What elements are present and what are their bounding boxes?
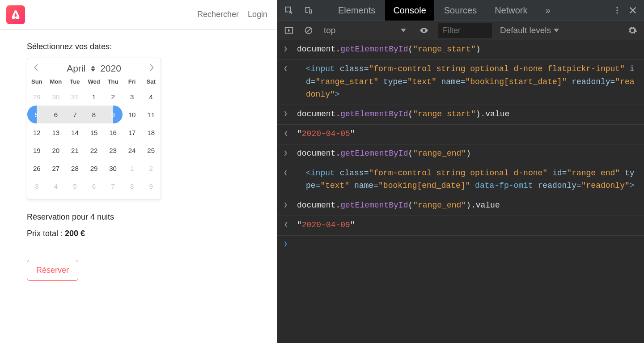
- calendar-day[interactable]: 30: [103, 159, 123, 177]
- console-output-row[interactable]: <input class="form-control string option…: [277, 164, 644, 197]
- kebab-icon[interactable]: [613, 6, 622, 15]
- calendar-day[interactable]: 6: [47, 106, 66, 123]
- calendar-day[interactable]: 9: [103, 106, 123, 123]
- output-icon: [284, 219, 297, 232]
- price-prefix: Prix total :: [27, 229, 65, 238]
- header-links: Rechercher Login: [197, 10, 267, 19]
- calendar-day[interactable]: 3: [27, 177, 47, 195]
- calendar-day[interactable]: 14: [65, 123, 85, 141]
- chevron-left-icon: [34, 64, 39, 72]
- reserve-button[interactable]: Réserver: [27, 260, 78, 281]
- prev-month-button[interactable]: [34, 64, 39, 73]
- calendar-day[interactable]: 24: [123, 141, 142, 159]
- calendar-day[interactable]: 8: [123, 177, 142, 195]
- tab-more[interactable]: »: [538, 0, 559, 21]
- calendar-day[interactable]: 4: [47, 177, 66, 195]
- log-levels-label: Default levels: [500, 25, 551, 35]
- context-select-value: top: [324, 25, 335, 35]
- calendar-day[interactable]: 13: [47, 123, 66, 141]
- dow-sun: Sun: [27, 76, 47, 88]
- app-body: Sélectionnez vos dates: April 2020 Sun M…: [0, 30, 277, 293]
- tab-elements[interactable]: Elements: [330, 0, 383, 21]
- calendar-day[interactable]: 22: [85, 141, 104, 159]
- calendar-day[interactable]: 10: [123, 106, 142, 123]
- calendar-day[interactable]: 30: [47, 88, 66, 106]
- console-output-row[interactable]: "2020-04-05": [277, 125, 644, 144]
- console-settings-button[interactable]: [624, 22, 640, 38]
- console-input-row[interactable]: document.getElementById("range_start").v…: [277, 105, 644, 125]
- device-toggle-button[interactable]: [300, 1, 318, 19]
- reservation-summary: Réservation pour 4 nuits: [27, 212, 250, 222]
- calendar-day[interactable]: 11: [141, 106, 161, 123]
- console-prompt[interactable]: [277, 236, 644, 251]
- calendar-day[interactable]: 3: [123, 88, 142, 106]
- prompt-icon: [284, 238, 297, 248]
- tab-network[interactable]: Network: [487, 0, 535, 21]
- prompt-icon: [284, 199, 297, 212]
- calendar-day[interactable]: 25: [141, 141, 161, 159]
- calendar-day[interactable]: 23: [103, 141, 123, 159]
- gear-icon: [627, 25, 637, 35]
- calendar-day[interactable]: 18: [141, 123, 161, 141]
- calendar-day[interactable]: 1: [85, 88, 104, 106]
- calendar-month[interactable]: April: [67, 63, 85, 74]
- clear-console-button[interactable]: [301, 22, 317, 38]
- calendar-day[interactable]: 27: [47, 159, 66, 177]
- console-input-row[interactable]: document.getElementById("range_end").val…: [277, 196, 644, 216]
- svg-point-1: [616, 9, 618, 11]
- console-output: "2020-04-05": [297, 127, 639, 140]
- svg-line-5: [306, 28, 311, 33]
- next-month-button[interactable]: [149, 64, 154, 73]
- inspect-element-button[interactable]: [280, 1, 298, 19]
- calendar-day[interactable]: 21: [65, 141, 85, 159]
- console-prompt-input[interactable]: [297, 238, 638, 248]
- calendar-day[interactable]: 29: [85, 159, 104, 177]
- console-output-row[interactable]: "2020-04-09": [277, 216, 644, 236]
- close-icon[interactable]: [628, 5, 638, 15]
- calendar-day[interactable]: 20: [47, 141, 66, 159]
- context-select[interactable]: top: [320, 25, 410, 35]
- app-header: Rechercher Login: [0, 0, 277, 30]
- year-stepper-icon[interactable]: [90, 64, 96, 73]
- price-value: 200 €: [65, 229, 85, 238]
- calendar-day[interactable]: 9: [141, 177, 161, 195]
- calendar-day[interactable]: 2: [141, 159, 161, 177]
- search-link[interactable]: Rechercher: [197, 10, 239, 19]
- calendar-day[interactable]: 7: [103, 177, 123, 195]
- calendar-day[interactable]: 31: [65, 88, 85, 106]
- console-body[interactable]: document.getElementById("range_start") <…: [277, 40, 644, 343]
- filter-input[interactable]: [438, 23, 492, 38]
- console-input-row[interactable]: document.getElementById("range_start"): [277, 40, 644, 60]
- calendar-day[interactable]: 5: [65, 177, 85, 195]
- console-output: <input class="form-control string option…: [297, 63, 639, 101]
- calendar-day[interactable]: 29: [27, 88, 47, 106]
- device-icon: [304, 5, 314, 15]
- calendar-day[interactable]: 4: [141, 88, 161, 106]
- console-command: document.getElementById("range_end"): [297, 147, 639, 160]
- console-output: <input class="form-control string option…: [297, 167, 639, 193]
- calendar-day[interactable]: 15: [85, 123, 104, 141]
- calendar-day[interactable]: 28: [65, 159, 85, 177]
- tab-sources[interactable]: Sources: [436, 0, 485, 21]
- calendar-day[interactable]: 19: [27, 141, 47, 159]
- calendar-day[interactable]: 8: [85, 106, 104, 123]
- calendar-day[interactable]: 1: [123, 159, 142, 177]
- log-levels-select[interactable]: Default levels: [500, 25, 559, 35]
- console-output-row[interactable]: <input class="form-control string option…: [277, 60, 644, 105]
- calendar-day[interactable]: 26: [27, 159, 47, 177]
- calendar-day[interactable]: 5: [27, 106, 47, 123]
- calendar-day[interactable]: 12: [27, 123, 47, 141]
- login-link[interactable]: Login: [248, 10, 267, 19]
- console-input-row[interactable]: document.getElementById("range_end"): [277, 144, 644, 164]
- calendar-day[interactable]: 7: [65, 106, 85, 123]
- live-expressions-button[interactable]: [416, 22, 432, 38]
- calendar-day[interactable]: 17: [123, 123, 142, 141]
- calendar-day[interactable]: 6: [85, 177, 104, 195]
- calendar-year[interactable]: 2020: [100, 63, 121, 74]
- calendar-day[interactable]: 2: [103, 88, 123, 106]
- calendar-dow: Sun Mon Tue Wed Thu Fri Sat: [27, 76, 161, 88]
- toggle-drawer-button[interactable]: [281, 22, 297, 38]
- calendar-day[interactable]: 16: [103, 123, 123, 141]
- tab-console[interactable]: Console: [385, 0, 434, 21]
- airbnb-logo[interactable]: [6, 5, 25, 24]
